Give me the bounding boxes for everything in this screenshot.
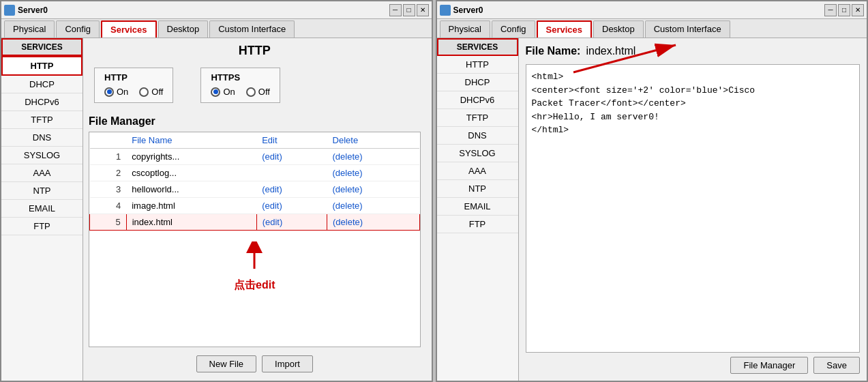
http-on-option[interactable]: On [104, 87, 128, 97]
sidebar-item-http-left[interactable]: HTTP [1, 56, 83, 76]
http-on-label: On [117, 87, 128, 97]
table-row: 3 helloworld... (edit) (delete) [90, 181, 420, 198]
filename-3: helloworld... [126, 181, 256, 198]
edit-2[interactable] [256, 165, 327, 181]
sidebar-item-dhcpv6-right[interactable]: DHCPv6 [437, 91, 518, 109]
sidebar-item-ntp-left[interactable]: NTP [1, 182, 83, 200]
save-button[interactable]: Save [813, 357, 860, 374]
http-off-radio[interactable] [139, 87, 149, 97]
left-window: Server0 ─ □ ✕ Physical Config Services D… [0, 0, 433, 382]
sidebar-item-ftp-right[interactable]: FTP [437, 216, 518, 233]
tab-config-right[interactable]: Config [492, 20, 535, 38]
tab-custom-interface-right[interactable]: Custom Interface [645, 20, 730, 38]
filename-4: image.html [126, 198, 256, 214]
panel-title-left: HTTP [89, 44, 421, 58]
tab-physical-left[interactable]: Physical [4, 20, 55, 38]
https-group-title: HTTPS [211, 72, 269, 83]
inter-window-divider [426, 38, 432, 381]
sidebar-item-syslog-left[interactable]: SYSLOG [1, 147, 83, 164]
sidebar-item-aaa-right[interactable]: AAA [437, 162, 518, 180]
file-actions: New File Import [89, 353, 421, 375]
new-file-button[interactable]: New File [196, 355, 257, 372]
edit-1[interactable]: (edit) [256, 149, 327, 165]
https-on-radio[interactable] [211, 87, 220, 97]
right-main-panel: File Name: index.html <html> <center><fo… [519, 38, 867, 381]
delete-4[interactable]: (delete) [327, 198, 419, 214]
right-maximize-button[interactable]: □ [838, 4, 850, 16]
left-close-button[interactable]: ✕ [417, 4, 429, 16]
edit-3[interactable]: (edit) [256, 181, 327, 198]
left-content-area: SERVICES HTTP DHCP DHCPv6 TFTP DNS SYSLO… [1, 38, 432, 381]
right-minimize-button[interactable]: ─ [824, 4, 837, 16]
sidebar-item-syslog-right[interactable]: SYSLOG [437, 145, 518, 162]
table-row: 4 image.html (edit) (delete) [90, 198, 420, 214]
sidebar-item-ftp-left[interactable]: FTP [1, 218, 83, 235]
sidebar-item-dhcp-left[interactable]: DHCP [1, 76, 83, 93]
tab-desktop-right[interactable]: Desktop [593, 20, 644, 38]
col-delete: Delete [327, 132, 419, 149]
code-editor[interactable]: <html> <center><font size='+2' color='bl… [526, 64, 860, 353]
edit-4[interactable]: (edit) [256, 198, 327, 214]
sidebar-item-tftp-right[interactable]: TFTP [437, 109, 518, 127]
right-title-bar: Server0 ─ □ ✕ [437, 1, 867, 19]
row-num-3: 3 [90, 181, 127, 198]
row-num-5: 5 [90, 214, 127, 231]
filename-2: cscoptlog... [126, 165, 256, 181]
https-off-radio[interactable] [246, 87, 256, 97]
file-manager-table-container: File Name Edit Delete 1 copyrights... (e… [89, 132, 421, 347]
sidebar-item-aaa-left[interactable]: AAA [1, 164, 83, 182]
http-radio-group: On Off [104, 87, 163, 97]
sidebar-item-email-right[interactable]: EMAIL [437, 198, 518, 216]
https-radio-group: On Off [211, 87, 269, 97]
sidebar-item-dhcpv6-left[interactable]: DHCPv6 [1, 93, 83, 111]
up-arrow-annotation [241, 241, 268, 276]
sidebar-item-dhcp-right[interactable]: DHCP [437, 74, 518, 91]
edit-5[interactable]: (edit) [256, 214, 327, 231]
tab-physical-right[interactable]: Physical [440, 20, 490, 38]
right-sidebar: SERVICES HTTP DHCP DHCPv6 TFTP DNS SYSLO… [437, 38, 519, 381]
https-group: HTTPS On Off [200, 68, 280, 103]
filename-label: File Name: [526, 45, 581, 57]
table-row: 2 cscoptlog... (delete) [90, 165, 420, 181]
sidebar-item-ntp-right[interactable]: NTP [437, 180, 518, 198]
sidebar-item-http-right[interactable]: HTTP [437, 56, 518, 74]
right-window-controls: ─ □ ✕ [824, 4, 864, 16]
services-header-left: SERVICES [1, 38, 83, 56]
right-tab-bar: Physical Config Services Desktop Custom … [437, 19, 867, 38]
http-settings-section: HTTP On Off HTTPS [89, 65, 421, 106]
right-content-area: SERVICES HTTP DHCP DHCPv6 TFTP DNS SYSLO… [437, 38, 867, 381]
left-minimize-button[interactable]: ─ [389, 4, 402, 16]
left-window-title: Server0 [18, 5, 387, 15]
left-maximize-button[interactable]: □ [403, 4, 415, 16]
annotation-text: 点击edit [234, 278, 275, 293]
delete-2[interactable]: (delete) [327, 165, 419, 181]
https-on-label: On [223, 87, 235, 97]
sidebar-item-dns-left[interactable]: DNS [1, 129, 83, 147]
http-off-option[interactable]: Off [139, 87, 163, 97]
delete-1[interactable]: (delete) [327, 149, 419, 165]
left-sidebar: SERVICES HTTP DHCP DHCPv6 TFTP DNS SYSLO… [1, 38, 83, 381]
file-manager-button[interactable]: File Manager [730, 357, 808, 374]
tab-custom-interface-left[interactable]: Custom Interface [209, 20, 295, 38]
http-on-radio[interactable] [104, 87, 114, 97]
left-title-bar: Server0 ─ □ ✕ [1, 1, 432, 19]
sidebar-item-dns-right[interactable]: DNS [437, 127, 518, 145]
tab-services-left[interactable]: Services [101, 20, 157, 38]
import-button[interactable]: Import [262, 355, 313, 372]
filename-bar: File Name: index.html [526, 45, 860, 57]
col-edit: Edit [256, 132, 327, 149]
right-window-title: Server0 [453, 5, 822, 15]
tab-desktop-left[interactable]: Desktop [158, 20, 209, 38]
bottom-actions-right: File Manager Save [526, 353, 860, 374]
http-group: HTTP On Off [94, 68, 173, 103]
sidebar-item-email-left[interactable]: EMAIL [1, 200, 83, 218]
sidebar-item-tftp-left[interactable]: TFTP [1, 111, 83, 129]
https-off-option[interactable]: Off [246, 87, 270, 97]
tab-config-left[interactable]: Config [56, 20, 100, 38]
delete-3[interactable]: (delete) [327, 181, 419, 198]
col-filename: File Name [126, 132, 256, 149]
right-close-button[interactable]: ✕ [852, 4, 864, 16]
https-on-option[interactable]: On [211, 87, 235, 97]
delete-5[interactable]: (delete) [327, 214, 419, 231]
tab-services-right[interactable]: Services [537, 20, 593, 38]
